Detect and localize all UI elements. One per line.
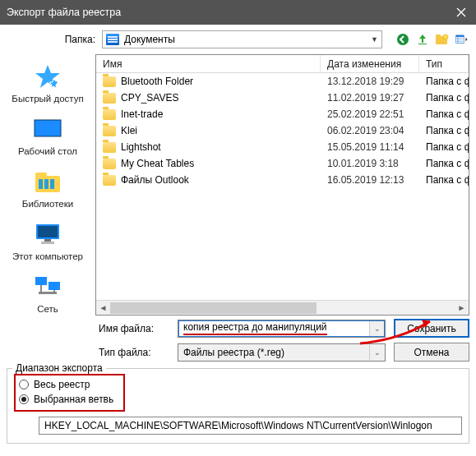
file-row[interactable]: Klei06.02.2019 23:04Папка с ф (96, 122, 469, 139)
file-date: 10.01.2019 3:18 (321, 158, 419, 169)
scroll-left-icon[interactable]: ◄ (96, 303, 110, 312)
scroll-track[interactable] (110, 302, 455, 315)
svg-rect-21 (44, 239, 51, 242)
svg-point-0 (397, 34, 409, 45)
documents-icon (106, 34, 119, 45)
svg-rect-25 (39, 292, 57, 294)
nav-back-button[interactable] (395, 32, 410, 47)
file-date: 16.05.2019 12:13 (321, 174, 419, 186)
star-icon (31, 62, 64, 90)
branch-path-input[interactable]: HKEY_LOCAL_MACHINE\SOFTWARE\Microsoft\Wi… (39, 417, 462, 435)
place-quick-access[interactable]: Быстрый доступ (0, 62, 95, 104)
file-name: Klei (121, 125, 137, 136)
file-rows[interactable]: Bluetooth Folder13.12.2018 19:29Папка с … (96, 73, 469, 300)
file-date: 25.02.2019 22:51 (321, 108, 419, 120)
file-name: Файлы Outlook (121, 174, 189, 186)
file-list-pane: Имя Дата изменения Тип Bluetooth Folder1… (95, 54, 469, 316)
file-type: Папка с ф (419, 108, 469, 120)
svg-rect-5 (456, 35, 464, 37)
file-type: Папка с ф (419, 76, 469, 87)
place-libraries[interactable]: Библиотеки (0, 168, 95, 209)
folder-icon (103, 93, 116, 104)
svg-rect-12 (35, 120, 61, 136)
file-row[interactable]: My Cheat Tables10.01.2019 3:18Папка с ф (96, 155, 469, 172)
folder-icon (103, 142, 116, 153)
svg-rect-23 (35, 277, 47, 285)
file-name: Lightshot (121, 141, 161, 153)
svg-rect-18 (50, 179, 54, 189)
scroll-thumb[interactable] (110, 302, 317, 314)
export-range-group: Диапазон экспорта Весь реестр Выбранная … (7, 368, 469, 444)
folder-icon (103, 159, 116, 169)
folder-icon (103, 126, 116, 136)
file-name: My Cheat Tables (121, 158, 194, 169)
place-desktop[interactable]: Рабочий стол (0, 115, 95, 156)
chevron-down-icon[interactable]: ⌄ (369, 345, 384, 360)
file-list-header[interactable]: Имя Дата изменения Тип (96, 55, 469, 73)
filename-value: копия реестра до манипуляций (183, 321, 327, 335)
svg-rect-2 (436, 35, 441, 37)
chevron-down-icon: ▼ (371, 35, 378, 44)
window-title: Экспорт файла реестра (7, 7, 446, 18)
svg-rect-17 (44, 179, 49, 189)
nav-up-button[interactable] (415, 32, 430, 47)
file-date: 11.02.2019 19:27 (321, 92, 419, 104)
file-date: 13.12.2018 19:29 (321, 76, 419, 87)
folder-icon (103, 175, 116, 186)
svg-rect-7 (457, 40, 459, 41)
file-row[interactable]: Bluetooth Folder13.12.2018 19:29Папка с … (96, 73, 469, 90)
computer-icon (31, 220, 64, 248)
svg-rect-9 (460, 40, 463, 41)
radio-whole-registry[interactable]: Весь реестр (19, 379, 118, 390)
desktop-icon (31, 115, 64, 143)
radio-selected-branch[interactable]: Выбранная ветвь (19, 394, 118, 405)
file-type: Папка с ф (419, 158, 469, 169)
folder-icon (103, 109, 116, 120)
svg-rect-6 (457, 39, 459, 39)
folder-icon (103, 76, 116, 87)
export-range-legend: Диапазон экспорта (12, 362, 106, 374)
svg-point-3 (443, 35, 448, 39)
file-type: Папка с ф (419, 141, 469, 153)
folder-select[interactable]: Документы ▼ (102, 30, 382, 48)
scroll-right-icon[interactable]: ► (455, 303, 469, 312)
file-row[interactable]: Lightshot15.05.2019 11:14Папка с ф (96, 139, 469, 155)
file-name: Bluetooth Folder (121, 76, 193, 87)
svg-rect-8 (460, 39, 463, 39)
svg-rect-20 (38, 226, 58, 237)
place-network[interactable]: Сеть (0, 273, 95, 314)
column-name[interactable]: Имя (96, 55, 321, 72)
radio-icon (19, 380, 29, 389)
file-type: Папка с ф (419, 125, 469, 136)
svg-rect-15 (35, 173, 47, 177)
libraries-icon (31, 168, 64, 196)
export-range-highlight: Весь реестр Выбранная ветвь (14, 374, 125, 412)
svg-rect-22 (41, 242, 54, 244)
horizontal-scrollbar[interactable]: ◄ ► (96, 300, 469, 315)
file-row[interactable]: Файлы Outlook16.05.2019 12:13Папка с ф (96, 172, 469, 188)
file-date: 06.02.2019 23:04 (321, 125, 419, 136)
place-this-pc[interactable]: Этот компьютер (0, 220, 95, 261)
save-button[interactable]: Сохранить (394, 319, 469, 338)
folder-bar: Папка: Документы ▼ (0, 25, 476, 54)
cancel-button[interactable]: Отмена (394, 343, 469, 362)
places-bar: Быстрый доступ Рабочий стол Библиотеки Э… (0, 54, 95, 316)
filename-input[interactable]: копия реестра до манипуляций ⌄ (178, 320, 386, 338)
filetype-select[interactable]: Файлы реестра (*.reg) ⌄ (178, 343, 386, 362)
nav-newfolder-button[interactable] (435, 32, 450, 47)
filetype-value: Файлы реестра (*.reg) (183, 347, 284, 358)
filename-label: Имя файла: (99, 323, 169, 334)
nav-view-button[interactable] (455, 32, 469, 47)
column-date[interactable]: Дата изменения (321, 55, 419, 72)
file-name: CPY_SAVES (121, 92, 178, 104)
column-type[interactable]: Тип (419, 55, 469, 72)
file-row[interactable]: Inet-trade25.02.2019 22:51Папка с ф (96, 106, 469, 122)
file-name: Inet-trade (121, 108, 163, 120)
filetype-label: Тип файла: (99, 347, 169, 358)
file-date: 15.05.2019 11:14 (321, 141, 419, 153)
close-button[interactable] (446, 0, 476, 25)
network-icon (31, 273, 64, 301)
file-row[interactable]: CPY_SAVES11.02.2019 19:27Папка с ф (96, 90, 469, 106)
folder-select-text: Документы (124, 34, 175, 45)
chevron-down-icon[interactable]: ⌄ (369, 321, 384, 336)
